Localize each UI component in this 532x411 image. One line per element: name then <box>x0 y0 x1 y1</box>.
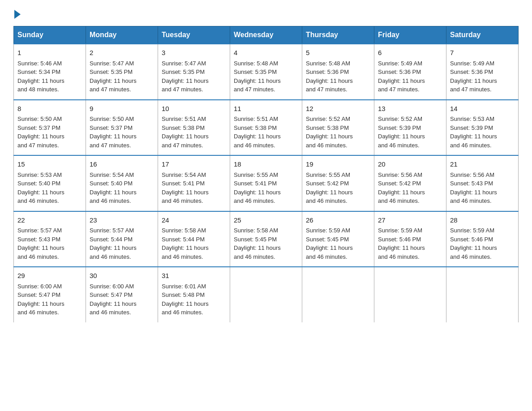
day-number: 11 <box>234 104 298 114</box>
day-number: 13 <box>378 104 442 114</box>
day-number: 17 <box>162 159 226 170</box>
day-number: 30 <box>90 271 154 281</box>
calendar-cell: 10 Sunrise: 5:51 AM Sunset: 5:38 PM Dayl… <box>158 100 230 156</box>
calendar-week-row: 1 Sunrise: 5:46 AM Sunset: 5:34 PM Dayli… <box>14 44 519 100</box>
col-saturday: Saturday <box>446 26 519 44</box>
calendar-cell: 28 Sunrise: 5:59 AM Sunset: 5:46 PM Dayl… <box>446 211 519 267</box>
day-info: Sunrise: 5:59 AM Sunset: 5:46 PM Dayligh… <box>378 226 442 261</box>
calendar-cell: 3 Sunrise: 5:47 AM Sunset: 5:35 PM Dayli… <box>158 44 230 100</box>
day-number: 3 <box>162 48 226 58</box>
calendar-cell: 13 Sunrise: 5:52 AM Sunset: 5:39 PM Dayl… <box>374 100 446 156</box>
day-info: Sunrise: 5:53 AM Sunset: 5:40 PM Dayligh… <box>17 171 82 206</box>
day-number: 2 <box>90 48 154 58</box>
day-number: 14 <box>450 104 515 114</box>
day-info: Sunrise: 5:49 AM Sunset: 5:36 PM Dayligh… <box>450 59 515 94</box>
day-info: Sunrise: 5:57 AM Sunset: 5:44 PM Dayligh… <box>90 226 154 261</box>
calendar-cell: 14 Sunrise: 5:53 AM Sunset: 5:39 PM Dayl… <box>446 100 519 156</box>
day-info: Sunrise: 5:57 AM Sunset: 5:43 PM Dayligh… <box>17 226 82 261</box>
day-info: Sunrise: 5:59 AM Sunset: 5:45 PM Dayligh… <box>306 226 370 261</box>
calendar-cell: 5 Sunrise: 5:48 AM Sunset: 5:36 PM Dayli… <box>302 44 374 100</box>
day-number: 16 <box>90 159 154 170</box>
calendar-cell: 9 Sunrise: 5:50 AM Sunset: 5:37 PM Dayli… <box>86 100 158 156</box>
day-info: Sunrise: 6:00 AM Sunset: 5:47 PM Dayligh… <box>17 282 82 317</box>
calendar-table: Sunday Monday Tuesday Wednesday Thursday… <box>13 26 519 322</box>
day-number: 20 <box>378 159 442 170</box>
calendar-cell: 25 Sunrise: 5:58 AM Sunset: 5:45 PM Dayl… <box>230 211 302 267</box>
day-info: Sunrise: 5:46 AM Sunset: 5:34 PM Dayligh… <box>17 59 82 94</box>
calendar-cell: 19 Sunrise: 5:55 AM Sunset: 5:42 PM Dayl… <box>302 155 374 211</box>
page-header <box>13 9 519 17</box>
day-info: Sunrise: 5:52 AM Sunset: 5:38 PM Dayligh… <box>306 115 370 150</box>
day-number: 10 <box>162 104 226 114</box>
logo-arrow-icon <box>14 10 21 19</box>
calendar-header-row: Sunday Monday Tuesday Wednesday Thursday… <box>14 26 519 44</box>
calendar-cell: 30 Sunrise: 6:00 AM Sunset: 5:47 PM Dayl… <box>86 267 158 322</box>
day-number: 27 <box>378 215 442 226</box>
day-number: 22 <box>17 215 82 226</box>
day-info: Sunrise: 5:54 AM Sunset: 5:41 PM Dayligh… <box>162 171 226 206</box>
calendar-cell <box>230 267 302 322</box>
day-number: 21 <box>450 159 515 170</box>
calendar-week-row: 8 Sunrise: 5:50 AM Sunset: 5:37 PM Dayli… <box>14 100 519 156</box>
day-number: 29 <box>17 271 82 281</box>
col-friday: Friday <box>374 26 446 44</box>
day-number: 28 <box>450 215 515 226</box>
calendar-week-row: 22 Sunrise: 5:57 AM Sunset: 5:43 PM Dayl… <box>14 211 519 267</box>
calendar-cell: 16 Sunrise: 5:54 AM Sunset: 5:40 PM Dayl… <box>86 155 158 211</box>
day-number: 18 <box>234 159 298 170</box>
calendar-cell: 7 Sunrise: 5:49 AM Sunset: 5:36 PM Dayli… <box>446 44 519 100</box>
day-info: Sunrise: 5:56 AM Sunset: 5:43 PM Dayligh… <box>450 171 515 206</box>
calendar-week-row: 15 Sunrise: 5:53 AM Sunset: 5:40 PM Dayl… <box>14 155 519 211</box>
day-info: Sunrise: 5:50 AM Sunset: 5:37 PM Dayligh… <box>17 115 82 150</box>
calendar-cell: 15 Sunrise: 5:53 AM Sunset: 5:40 PM Dayl… <box>14 155 86 211</box>
day-info: Sunrise: 6:01 AM Sunset: 5:48 PM Dayligh… <box>162 282 226 317</box>
day-info: Sunrise: 5:48 AM Sunset: 5:35 PM Dayligh… <box>234 59 298 94</box>
col-sunday: Sunday <box>14 26 86 44</box>
logo-general <box>13 9 21 19</box>
day-number: 25 <box>234 215 298 226</box>
day-info: Sunrise: 5:55 AM Sunset: 5:41 PM Dayligh… <box>234 171 298 206</box>
day-number: 31 <box>162 271 226 281</box>
day-info: Sunrise: 5:58 AM Sunset: 5:45 PM Dayligh… <box>234 226 298 261</box>
calendar-cell: 4 Sunrise: 5:48 AM Sunset: 5:35 PM Dayli… <box>230 44 302 100</box>
calendar-cell <box>446 267 519 322</box>
calendar-cell: 31 Sunrise: 6:01 AM Sunset: 5:48 PM Dayl… <box>158 267 230 322</box>
day-info: Sunrise: 5:55 AM Sunset: 5:42 PM Dayligh… <box>306 171 370 206</box>
day-number: 4 <box>234 48 298 58</box>
calendar-cell: 6 Sunrise: 5:49 AM Sunset: 5:36 PM Dayli… <box>374 44 446 100</box>
day-number: 6 <box>378 48 442 58</box>
calendar-cell: 26 Sunrise: 5:59 AM Sunset: 5:45 PM Dayl… <box>302 211 374 267</box>
calendar-cell: 20 Sunrise: 5:56 AM Sunset: 5:42 PM Dayl… <box>374 155 446 211</box>
day-info: Sunrise: 5:58 AM Sunset: 5:44 PM Dayligh… <box>162 226 226 261</box>
col-thursday: Thursday <box>302 26 374 44</box>
day-info: Sunrise: 5:50 AM Sunset: 5:37 PM Dayligh… <box>90 115 154 150</box>
day-info: Sunrise: 5:52 AM Sunset: 5:39 PM Dayligh… <box>378 115 442 150</box>
day-number: 24 <box>162 215 226 226</box>
calendar-cell <box>374 267 446 322</box>
day-number: 5 <box>306 48 370 58</box>
calendar-cell: 8 Sunrise: 5:50 AM Sunset: 5:37 PM Dayli… <box>14 100 86 156</box>
day-number: 15 <box>17 159 82 170</box>
calendar-cell: 27 Sunrise: 5:59 AM Sunset: 5:46 PM Dayl… <box>374 211 446 267</box>
day-number: 26 <box>306 215 370 226</box>
day-info: Sunrise: 6:00 AM Sunset: 5:47 PM Dayligh… <box>90 282 154 317</box>
calendar-cell: 22 Sunrise: 5:57 AM Sunset: 5:43 PM Dayl… <box>14 211 86 267</box>
calendar-cell <box>302 267 374 322</box>
day-number: 9 <box>90 104 154 114</box>
day-info: Sunrise: 5:51 AM Sunset: 5:38 PM Dayligh… <box>234 115 298 150</box>
day-number: 7 <box>450 48 515 58</box>
calendar-cell: 11 Sunrise: 5:51 AM Sunset: 5:38 PM Dayl… <box>230 100 302 156</box>
calendar-week-row: 29 Sunrise: 6:00 AM Sunset: 5:47 PM Dayl… <box>14 267 519 322</box>
calendar-cell: 23 Sunrise: 5:57 AM Sunset: 5:44 PM Dayl… <box>86 211 158 267</box>
calendar-cell: 18 Sunrise: 5:55 AM Sunset: 5:41 PM Dayl… <box>230 155 302 211</box>
calendar-cell: 29 Sunrise: 6:00 AM Sunset: 5:47 PM Dayl… <box>14 267 86 322</box>
calendar-cell: 2 Sunrise: 5:47 AM Sunset: 5:35 PM Dayli… <box>86 44 158 100</box>
day-number: 19 <box>306 159 370 170</box>
calendar-cell: 1 Sunrise: 5:46 AM Sunset: 5:34 PM Dayli… <box>14 44 86 100</box>
calendar-cell: 21 Sunrise: 5:56 AM Sunset: 5:43 PM Dayl… <box>446 155 519 211</box>
calendar-cell: 17 Sunrise: 5:54 AM Sunset: 5:41 PM Dayl… <box>158 155 230 211</box>
col-tuesday: Tuesday <box>158 26 230 44</box>
day-info: Sunrise: 5:49 AM Sunset: 5:36 PM Dayligh… <box>378 59 442 94</box>
day-info: Sunrise: 5:59 AM Sunset: 5:46 PM Dayligh… <box>450 226 515 261</box>
col-wednesday: Wednesday <box>230 26 302 44</box>
